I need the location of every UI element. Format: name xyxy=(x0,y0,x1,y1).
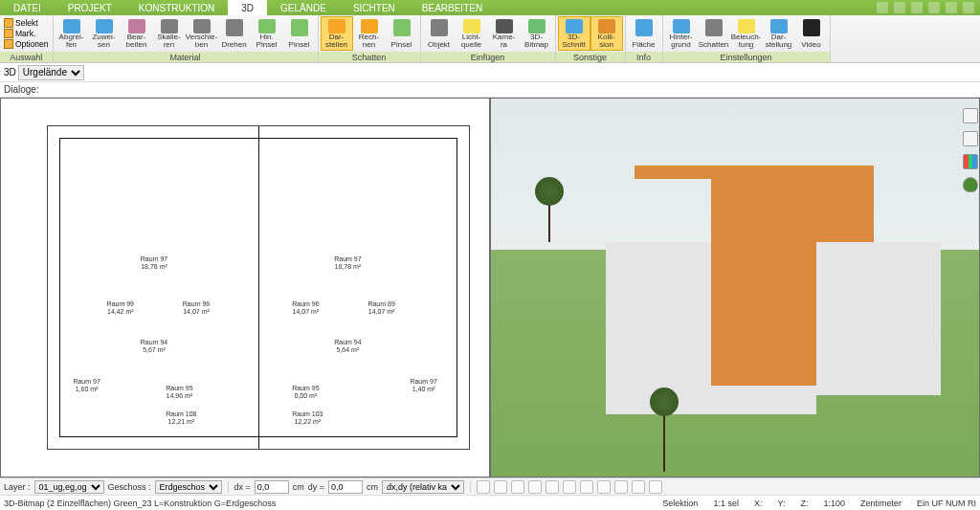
tool-icon-3[interactable] xyxy=(511,480,524,494)
ribbon-group: SelektMark.OptionenAuswahl xyxy=(0,15,54,62)
assign-button[interactable]: Zuwei- sen xyxy=(88,16,121,51)
room-label: Raum 97 18,78 m² xyxy=(141,255,167,271)
view-icon-rail xyxy=(960,108,979,192)
mark-icon[interactable]: Mark. xyxy=(4,29,49,38)
menu-3d[interactable]: 3D xyxy=(228,0,267,15)
light-button[interactable]: Licht- quelle xyxy=(456,16,488,51)
select-icon[interactable]: Selekt xyxy=(4,18,49,28)
furniture-icon[interactable] xyxy=(963,131,978,146)
brush-button[interactable]: Pinsel xyxy=(283,16,316,51)
collision-button[interactable]: Kolli- sion xyxy=(590,16,623,51)
camera-button[interactable]: Kame- ra xyxy=(488,16,521,51)
brush2-button[interactable]: Pinsel xyxy=(386,16,418,51)
geschoss-label: Geschoss : xyxy=(108,482,151,492)
ribbon-button-label: Objekt xyxy=(428,41,450,49)
minimize-icon[interactable] xyxy=(946,2,957,13)
layer-select[interactable]: 01_ug,eg,og xyxy=(34,480,104,494)
camera-icon xyxy=(496,19,513,33)
titlebar-icon-3[interactable] xyxy=(911,2,923,13)
rotate-button[interactable]: Drehen xyxy=(218,16,251,51)
shadow-button[interactable]: Schatten xyxy=(698,16,730,51)
ribbon-button-label: Schatten xyxy=(699,41,729,49)
edit-button[interactable]: Bear- beiten xyxy=(121,16,153,51)
room-label: Raum 94 5,64 m² xyxy=(334,339,361,354)
titlebar-icon-2[interactable] xyxy=(894,2,905,13)
calc-button[interactable]: Rech- nen xyxy=(353,16,386,51)
ribbon-button-label: Dar- stellen xyxy=(325,33,347,49)
mode-label: 3D xyxy=(4,67,16,78)
object-button[interactable]: Objekt xyxy=(423,16,456,51)
ribbon-button-label: Video xyxy=(801,41,820,49)
menu-konstruktion[interactable]: KONSTRUKTION xyxy=(125,0,228,15)
section3d-button[interactable]: 3D- Schnitt xyxy=(558,16,590,51)
area-button[interactable]: Fläche xyxy=(628,16,660,51)
scale-button[interactable]: Skalie- ren xyxy=(153,16,186,51)
display-button[interactable]: Dar- stellung xyxy=(763,16,795,51)
section3d-icon xyxy=(566,19,583,33)
room-label: Raum 108 12,21 m² xyxy=(166,410,196,426)
geschoss-select[interactable]: Erdgeschos xyxy=(155,480,222,494)
video-button[interactable]: Video xyxy=(795,16,828,51)
lighting-button[interactable]: Beleuch- tung xyxy=(730,16,763,51)
status-bar: 3D-Bitmap (2 Einzelflächen) Green_23 L=K… xyxy=(0,495,980,510)
palette-icon[interactable] xyxy=(963,154,978,169)
menu-sichten[interactable]: SICHTEN xyxy=(340,0,409,15)
menu-projekt[interactable]: PROJEKT xyxy=(55,0,125,15)
ribbon-button-label: Hin. Pinsel xyxy=(256,33,278,49)
menu-bearbeiten[interactable]: BEARBEITEN xyxy=(409,0,496,15)
status-scale-sel: 1:1 sel xyxy=(713,499,739,508)
layers-icon[interactable] xyxy=(963,108,978,123)
titlebar-icon-1[interactable] xyxy=(877,2,888,13)
maximize-icon[interactable] xyxy=(963,2,974,13)
dy-label: dy = xyxy=(308,482,324,492)
brush2-icon xyxy=(393,19,411,36)
terrain-select[interactable]: Urgelände xyxy=(18,65,84,80)
lighting-icon xyxy=(738,19,755,33)
tool-icon-7[interactable] xyxy=(580,480,593,494)
tool-icon-10[interactable] xyxy=(632,480,645,494)
status-flags: Ein UF NUM RI xyxy=(917,499,976,508)
tool-icon-4[interactable] xyxy=(528,480,542,494)
options-icon xyxy=(4,39,13,49)
relative-select[interactable]: dx,dy (relativ ka xyxy=(382,480,464,494)
video-icon xyxy=(803,19,820,36)
move-button[interactable]: Verschie- ben xyxy=(186,16,218,51)
ribbon-button-label: Fläche xyxy=(632,41,655,49)
object-icon xyxy=(431,19,448,36)
tree-icon[interactable] xyxy=(963,177,978,192)
dialog-row: Dialoge: xyxy=(0,82,980,98)
tool-icon-11[interactable] xyxy=(649,480,662,494)
room-label: Raum 97 1,40 m² xyxy=(410,378,436,393)
select-icon xyxy=(4,18,13,28)
sub-toolbar: 3D Urgelände xyxy=(0,63,980,82)
dy-input[interactable] xyxy=(328,480,363,494)
dx-input[interactable] xyxy=(255,480,289,494)
status-selection: Selektion xyxy=(662,499,698,508)
bottom-toolbar: Layer : 01_ug,eg,og Geschoss : Erdgescho… xyxy=(0,477,980,495)
menu-gelaende[interactable]: GELÄNDE xyxy=(267,0,340,15)
help-icon[interactable] xyxy=(928,2,940,13)
tool-icon-2[interactable] xyxy=(494,480,507,494)
brush-back-button[interactable]: Hin. Pinsel xyxy=(251,16,283,51)
background-button[interactable]: Hinter- grund xyxy=(665,16,698,51)
ribbon-group: FlächeInfo xyxy=(626,15,663,62)
tool-icon-1[interactable] xyxy=(477,480,490,494)
ribbon-group-label: Einfügen xyxy=(421,52,555,62)
menubar: DATEI PROJEKT KONSTRUKTION 3D GELÄNDE SI… xyxy=(0,0,980,15)
menu-datei[interactable]: DATEI xyxy=(0,0,55,15)
bitmap3d-button[interactable]: 3D- Bitmap xyxy=(521,16,553,51)
rotate-icon xyxy=(226,19,243,36)
tool-icon-6[interactable] xyxy=(563,480,576,494)
options-icon[interactable]: Optionen xyxy=(4,39,49,49)
show-button[interactable]: Dar- stellen xyxy=(321,16,353,51)
pick-button[interactable]: Abgrei- fen xyxy=(56,16,88,51)
floorplan-pane[interactable]: Raum 97 18,78 m²Raum 99 14,42 m²Raum 96 … xyxy=(1,99,489,477)
calc-icon xyxy=(361,19,378,33)
tool-icon-9[interactable] xyxy=(614,480,628,494)
ribbon-group: Hinter- grundSchattenBeleuch- tungDar- s… xyxy=(663,15,831,62)
3d-view-pane[interactable] xyxy=(491,99,979,477)
room-label: Raum 97 18,78 m² xyxy=(334,255,361,271)
ribbon-group-label: Einstellungen xyxy=(663,52,830,62)
tool-icon-5[interactable] xyxy=(546,480,559,494)
tool-icon-8[interactable] xyxy=(597,480,611,494)
